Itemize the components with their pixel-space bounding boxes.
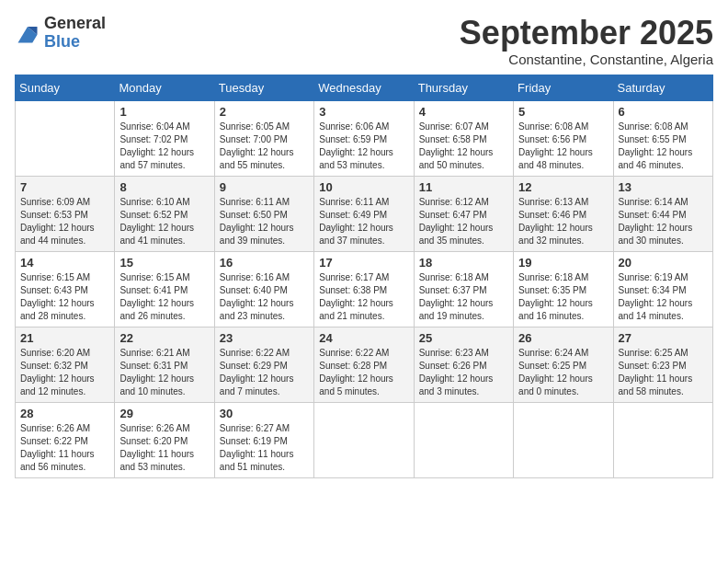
cell-content: Sunrise: 6:23 AM Sunset: 6:26 PM Dayligh… — [419, 347, 508, 398]
day-header-sunday: Sunday — [16, 75, 115, 100]
week-row-3: 14Sunrise: 6:15 AM Sunset: 6:43 PM Dayli… — [16, 251, 713, 327]
calendar-cell: 16Sunrise: 6:16 AM Sunset: 6:40 PM Dayli… — [214, 251, 313, 327]
cell-content: Sunrise: 6:14 AM Sunset: 6:44 PM Dayligh… — [619, 196, 708, 247]
calendar-cell: 22Sunrise: 6:21 AM Sunset: 6:31 PM Dayli… — [115, 327, 214, 402]
day-number: 22 — [119, 331, 209, 345]
day-number: 14 — [20, 256, 109, 270]
calendar-cell: 18Sunrise: 6:18 AM Sunset: 6:37 PM Dayli… — [414, 251, 513, 327]
calendar-cell: 4Sunrise: 6:07 AM Sunset: 6:58 PM Daylig… — [414, 100, 513, 176]
day-number: 24 — [319, 331, 408, 345]
day-number: 9 — [220, 180, 309, 194]
day-number: 12 — [518, 180, 608, 194]
day-header-saturday: Saturday — [613, 75, 712, 100]
cell-content: Sunrise: 6:27 AM Sunset: 6:19 PM Dayligh… — [220, 422, 309, 474]
cell-content: Sunrise: 6:26 AM Sunset: 6:20 PM Dayligh… — [119, 422, 209, 474]
calendar-cell: 23Sunrise: 6:22 AM Sunset: 6:29 PM Dayli… — [214, 327, 313, 402]
calendar-cell: 15Sunrise: 6:15 AM Sunset: 6:41 PM Dayli… — [115, 251, 214, 327]
calendar-cell: 7Sunrise: 6:09 AM Sunset: 6:53 PM Daylig… — [16, 176, 115, 251]
cell-content: Sunrise: 6:08 AM Sunset: 6:56 PM Dayligh… — [518, 121, 608, 172]
cell-content: Sunrise: 6:25 AM Sunset: 6:23 PM Dayligh… — [619, 347, 708, 398]
calendar-cell — [16, 100, 115, 176]
calendar-cell: 27Sunrise: 6:25 AM Sunset: 6:23 PM Dayli… — [613, 327, 712, 402]
calendar-cell: 12Sunrise: 6:13 AM Sunset: 6:46 PM Dayli… — [514, 176, 613, 251]
calendar-cell: 26Sunrise: 6:24 AM Sunset: 6:25 PM Dayli… — [514, 327, 613, 402]
week-row-1: 1Sunrise: 6:04 AM Sunset: 7:02 PM Daylig… — [16, 100, 713, 176]
week-row-4: 21Sunrise: 6:20 AM Sunset: 6:32 PM Dayli… — [16, 327, 713, 402]
cell-content: Sunrise: 6:11 AM Sunset: 6:49 PM Dayligh… — [319, 196, 408, 247]
calendar-cell: 24Sunrise: 6:22 AM Sunset: 6:28 PM Dayli… — [314, 327, 414, 402]
cell-content: Sunrise: 6:12 AM Sunset: 6:47 PM Dayligh… — [419, 196, 508, 247]
calendar-cell: 3Sunrise: 6:06 AM Sunset: 6:59 PM Daylig… — [314, 100, 414, 176]
calendar-cell: 8Sunrise: 6:10 AM Sunset: 6:52 PM Daylig… — [115, 176, 214, 251]
cell-content: Sunrise: 6:06 AM Sunset: 6:59 PM Dayligh… — [319, 121, 408, 172]
day-number: 6 — [619, 105, 708, 119]
logo: General Blue — [15, 15, 106, 52]
day-number: 27 — [619, 331, 708, 345]
calendar-cell: 10Sunrise: 6:11 AM Sunset: 6:49 PM Dayli… — [314, 176, 414, 251]
cell-content: Sunrise: 6:08 AM Sunset: 6:55 PM Dayligh… — [619, 121, 708, 172]
day-number: 15 — [119, 256, 209, 270]
day-number: 7 — [20, 180, 109, 194]
day-header-monday: Monday — [115, 75, 214, 100]
calendar-cell — [414, 402, 513, 477]
calendar-cell: 5Sunrise: 6:08 AM Sunset: 6:56 PM Daylig… — [514, 100, 613, 176]
day-number: 2 — [220, 105, 309, 119]
calendar-cell: 28Sunrise: 6:26 AM Sunset: 6:22 PM Dayli… — [16, 402, 115, 477]
week-row-5: 28Sunrise: 6:26 AM Sunset: 6:22 PM Dayli… — [16, 402, 713, 477]
cell-content: Sunrise: 6:13 AM Sunset: 6:46 PM Dayligh… — [518, 196, 608, 247]
calendar-cell — [613, 402, 712, 477]
day-number: 8 — [119, 180, 209, 194]
location-subtitle: Constantine, Constantine, Algeria — [460, 52, 713, 67]
calendar-cell — [514, 402, 613, 477]
day-number: 26 — [518, 331, 608, 345]
cell-content: Sunrise: 6:19 AM Sunset: 6:34 PM Dayligh… — [619, 271, 708, 323]
calendar-table: SundayMondayTuesdayWednesdayThursdayFrid… — [15, 75, 713, 478]
title-area: September 2025 Constantine, Constantine,… — [460, 15, 713, 67]
day-header-wednesday: Wednesday — [314, 75, 414, 100]
day-number: 16 — [220, 256, 309, 270]
calendar-cell: 17Sunrise: 6:17 AM Sunset: 6:38 PM Dayli… — [314, 251, 414, 327]
cell-content: Sunrise: 6:21 AM Sunset: 6:31 PM Dayligh… — [119, 347, 209, 398]
day-number: 28 — [20, 407, 109, 420]
cell-content: Sunrise: 6:11 AM Sunset: 6:50 PM Dayligh… — [220, 196, 309, 247]
calendar-cell: 13Sunrise: 6:14 AM Sunset: 6:44 PM Dayli… — [613, 176, 712, 251]
logo-text: General Blue — [44, 15, 106, 52]
day-number: 3 — [319, 105, 408, 119]
day-number: 20 — [619, 256, 708, 270]
day-number: 23 — [220, 331, 309, 345]
day-number: 30 — [220, 407, 309, 420]
day-number: 19 — [518, 256, 608, 270]
calendar-cell: 20Sunrise: 6:19 AM Sunset: 6:34 PM Dayli… — [613, 251, 712, 327]
day-number: 13 — [619, 180, 708, 194]
calendar-cell: 25Sunrise: 6:23 AM Sunset: 6:26 PM Dayli… — [414, 327, 513, 402]
calendar-cell: 19Sunrise: 6:18 AM Sunset: 6:35 PM Dayli… — [514, 251, 613, 327]
day-number: 4 — [419, 105, 508, 119]
cell-content: Sunrise: 6:18 AM Sunset: 6:37 PM Dayligh… — [419, 271, 508, 323]
page-header: General Blue September 2025 Constantine,… — [15, 15, 713, 67]
cell-content: Sunrise: 6:05 AM Sunset: 7:00 PM Dayligh… — [220, 121, 309, 172]
calendar-cell: 9Sunrise: 6:11 AM Sunset: 6:50 PM Daylig… — [214, 176, 313, 251]
cell-content: Sunrise: 6:26 AM Sunset: 6:22 PM Dayligh… — [20, 422, 109, 474]
calendar-cell: 30Sunrise: 6:27 AM Sunset: 6:19 PM Dayli… — [214, 402, 313, 477]
day-number: 10 — [319, 180, 408, 194]
cell-content: Sunrise: 6:20 AM Sunset: 6:32 PM Dayligh… — [20, 347, 109, 398]
day-number: 17 — [319, 256, 408, 270]
cell-content: Sunrise: 6:17 AM Sunset: 6:38 PM Dayligh… — [319, 271, 408, 323]
calendar-cell: 11Sunrise: 6:12 AM Sunset: 6:47 PM Dayli… — [414, 176, 513, 251]
cell-content: Sunrise: 6:04 AM Sunset: 7:02 PM Dayligh… — [119, 121, 209, 172]
calendar-cell — [314, 402, 414, 477]
day-header-tuesday: Tuesday — [214, 75, 313, 100]
calendar-cell: 1Sunrise: 6:04 AM Sunset: 7:02 PM Daylig… — [115, 100, 214, 176]
cell-content: Sunrise: 6:18 AM Sunset: 6:35 PM Dayligh… — [518, 271, 608, 323]
logo-blue: Blue — [44, 33, 106, 52]
cell-content: Sunrise: 6:09 AM Sunset: 6:53 PM Dayligh… — [20, 196, 109, 247]
cell-content: Sunrise: 6:07 AM Sunset: 6:58 PM Dayligh… — [419, 121, 508, 172]
cell-content: Sunrise: 6:16 AM Sunset: 6:40 PM Dayligh… — [220, 271, 309, 323]
day-number: 1 — [119, 105, 209, 119]
calendar-cell: 2Sunrise: 6:05 AM Sunset: 7:00 PM Daylig… — [214, 100, 313, 176]
day-number: 18 — [419, 256, 508, 270]
day-header-friday: Friday — [514, 75, 613, 100]
calendar-cell: 29Sunrise: 6:26 AM Sunset: 6:20 PM Dayli… — [115, 402, 214, 477]
calendar-cell: 21Sunrise: 6:20 AM Sunset: 6:32 PM Dayli… — [16, 327, 115, 402]
logo-icon — [15, 20, 40, 46]
